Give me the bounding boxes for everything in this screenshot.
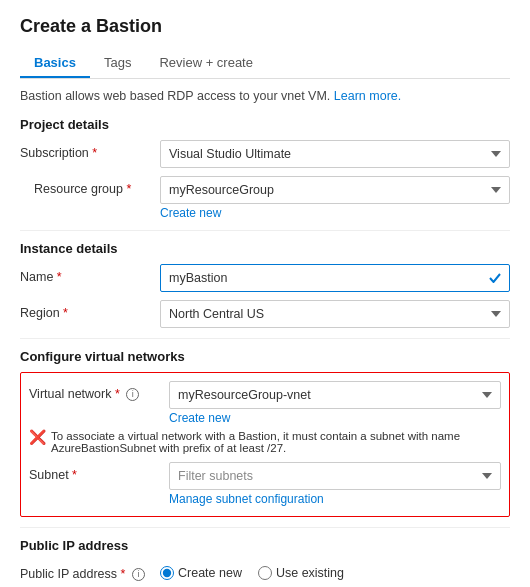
name-label: Name * (20, 264, 160, 284)
tab-tags[interactable]: Tags (90, 49, 145, 78)
virtual-networks-title: Configure virtual networks (20, 349, 510, 364)
tab-review-create[interactable]: Review + create (145, 49, 267, 78)
public-ip-use-existing-label: Use existing (276, 566, 344, 580)
subscription-group: Subscription * Visual Studio Ultimate (20, 140, 510, 168)
virtual-network-label: Virtual network * i (29, 381, 169, 401)
virtual-network-group: Virtual network * i myResourceGroup-vnet… (29, 381, 501, 425)
public-ip-radio-group: Create new Use existing (160, 561, 510, 580)
subnet-select[interactable]: Filter subnets (169, 462, 501, 490)
tabs-row: Basics Tags Review + create (20, 49, 510, 79)
instance-details-title: Instance details (20, 241, 510, 256)
divider-1 (20, 230, 510, 231)
virtual-network-error-msg: ❌ To associate a virtual network with a … (29, 430, 501, 454)
public-ip-title: Public IP address (20, 538, 510, 553)
manage-subnet-link[interactable]: Manage subnet configuration (169, 492, 324, 506)
region-group: Region * North Central US (20, 300, 510, 328)
virtual-network-error-box: Virtual network * i myResourceGroup-vnet… (20, 372, 510, 517)
subnet-label: Subnet * (29, 462, 169, 482)
resource-group-group: Resource group * myResourceGroup Create … (20, 176, 510, 220)
region-label: Region * (20, 300, 160, 320)
name-group: Name * (20, 264, 510, 292)
subscription-select[interactable]: Visual Studio Ultimate (160, 140, 510, 168)
divider-3 (20, 527, 510, 528)
public-ip-address-label: Public IP address * i (20, 561, 160, 581)
subnet-group: Subnet * Filter subnets Manage subnet co… (29, 462, 501, 506)
virtual-network-create-new[interactable]: Create new (169, 411, 230, 425)
public-ip-create-new-radio[interactable] (160, 566, 174, 580)
virtual-network-info-icon[interactable]: i (126, 388, 139, 401)
error-icon: ❌ (29, 429, 46, 445)
learn-more-link[interactable]: Learn more. (334, 89, 401, 103)
tab-basics[interactable]: Basics (20, 49, 90, 78)
public-ip-use-existing-option[interactable]: Use existing (258, 566, 344, 580)
virtual-network-select[interactable]: myResourceGroup-vnet (169, 381, 501, 409)
public-ip-info-icon[interactable]: i (132, 568, 145, 581)
public-ip-create-new-option[interactable]: Create new (160, 566, 242, 580)
name-input[interactable] (160, 264, 510, 292)
resource-group-select[interactable]: myResourceGroup (160, 176, 510, 204)
region-select[interactable]: North Central US (160, 300, 510, 328)
description: Bastion allows web based RDP access to y… (20, 89, 510, 103)
public-ip-use-existing-radio[interactable] (258, 566, 272, 580)
subscription-label: Subscription * (20, 140, 160, 160)
divider-2 (20, 338, 510, 339)
public-ip-create-new-label: Create new (178, 566, 242, 580)
public-ip-address-group: Public IP address * i Create new Use exi… (20, 561, 510, 581)
project-details-title: Project details (20, 117, 510, 132)
resource-group-create-new[interactable]: Create new (160, 206, 221, 220)
page-title: Create a Bastion (20, 16, 510, 37)
resource-group-label: Resource group * (20, 176, 160, 196)
